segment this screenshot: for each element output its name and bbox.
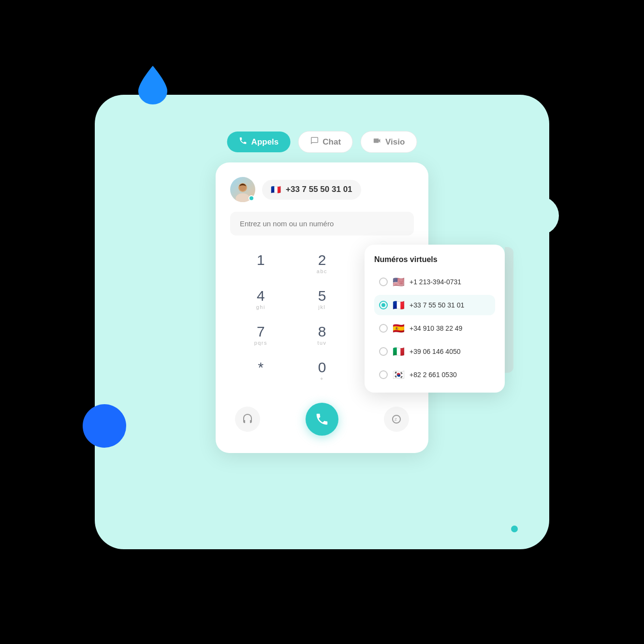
dial-key-sub-2: abc [317,268,327,275]
dial-key-8[interactable]: 8 tuv [292,318,353,353]
dial-key-sub-7: pqrs [254,340,267,347]
virtual-number-text-0: +1 213-394-0731 [410,278,461,286]
tab-chat[interactable]: Chat [298,131,353,153]
dial-key-sub-8: tuv [317,340,326,347]
flag-1: 🇫🇷 [393,300,405,310]
dial-key-num-4: 4 [257,289,265,303]
phone-card-header: 🇫🇷 +33 7 55 50 31 01 [230,177,414,202]
panel-shadow [505,247,513,373]
avatar-online-dot [249,195,254,201]
radio-outer-1 [379,301,388,309]
tab-appels-label: Appels [251,137,279,147]
virtual-number-text-3: +39 06 146 4050 [410,348,461,355]
dial-key-4[interactable]: 4 ghi [230,282,292,318]
dial-key-5[interactable]: 5 jkl [292,282,353,318]
dial-key-sub-5: jkl [319,304,326,311]
dial-key-num-5: 5 [318,289,326,303]
virtual-number-row-1[interactable]: 🇫🇷+33 7 55 50 31 01 [374,295,495,315]
tab-chat-label: Chat [322,137,341,147]
virtual-number-row-0[interactable]: 🇺🇸+1 213-394-0731 [374,272,495,292]
dial-key-num-1: 1 [257,253,265,267]
virtual-number-row-2[interactable]: 🇪🇸+34 910 38 22 49 [374,318,495,338]
selected-number-pill[interactable]: 🇫🇷 +33 7 55 50 31 01 [262,180,361,200]
flag-2: 🇪🇸 [393,323,405,333]
flag-0: 🇺🇸 [393,277,405,287]
radio-outer-3 [379,347,388,356]
deco-circle-left [83,404,126,448]
virtual-number-row-3[interactable]: 🇮🇹+39 06 146 4050 [374,341,495,362]
virtual-numbers-title: Numéros virtuels [374,255,495,264]
dial-key-7[interactable]: 7 pqrs [230,318,292,353]
dial-key-1[interactable]: 1 [230,246,292,282]
deco-dot-teal [511,526,518,532]
action-row: Z [230,403,414,436]
radio-outer-0 [379,278,388,286]
dial-key-0[interactable]: 0 + [292,353,353,389]
virtual-number-text-2: +34 910 38 22 49 [410,324,462,332]
radio-inner-1 [381,303,385,307]
dial-key-num-8: 8 [318,324,326,339]
dial-key-2[interactable]: 2 abc [292,246,353,282]
video-icon [373,136,381,147]
deco-circle-right [520,196,559,235]
radio-outer-2 [379,324,388,333]
virtual-numbers-panel: Numéros virtuels 🇺🇸+1 213-394-0731🇫🇷+33 … [365,245,505,393]
svg-text:Z: Z [395,417,397,422]
radio-outer-4 [379,370,388,379]
deco-teardrop [138,66,167,104]
dial-key-num-7: 7 [257,324,265,339]
chat-icon [310,136,319,147]
tab-bar: Appels Chat Visio [227,131,417,153]
headset-button[interactable] [235,407,260,432]
dial-key-sub-0: + [320,376,324,382]
call-button[interactable] [306,403,338,436]
agent-avatar-wrap [230,177,255,202]
dial-key-sub-4: ghi [256,304,265,311]
tab-visio-label: Visio [385,137,405,147]
phone-icon [239,136,248,147]
flag-4: 🇰🇷 [393,370,405,380]
dial-key-num-*: * [258,360,263,375]
flag-3: 🇮🇹 [393,347,405,356]
flag-france-header: 🇫🇷 [271,185,281,195]
svg-point-1 [235,193,249,202]
virtual-number-text-1: +33 7 55 50 31 01 [410,301,464,309]
phone-number-display: +33 7 55 50 31 01 [286,185,352,194]
sleep-button[interactable]: Z [384,407,409,432]
dial-key-*[interactable]: * [230,353,292,389]
tab-appels[interactable]: Appels [227,132,291,152]
dial-key-num-0: 0 [318,360,326,375]
virtual-number-row-4[interactable]: 🇰🇷+82 2 661 0530 [374,365,495,385]
dial-key-num-2: 2 [318,253,326,267]
virtual-number-text-4: +82 2 661 0530 [410,371,457,379]
tab-visio[interactable]: Visio [361,131,417,153]
search-number-input[interactable] [230,212,414,235]
